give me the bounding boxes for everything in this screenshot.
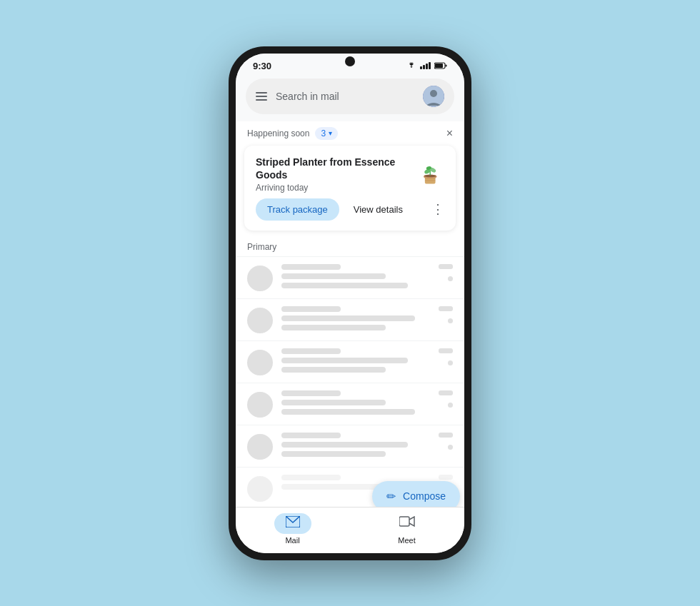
happening-label: Happening soon [247,128,309,138]
email-avatar [247,266,273,291]
email-content [281,264,430,288]
package-card: Striped Planter from Essence Goods Arriv… [244,146,456,231]
email-content [281,348,430,373]
email-content [281,306,430,330]
skeleton-preview [281,409,415,415]
menu-icon[interactable] [256,92,267,101]
battery-icon [434,62,447,69]
skeleton-time [439,475,453,480]
more-options-icon[interactable]: ⋮ [431,201,444,217]
phone-screen: 9:30 [236,54,464,553]
email-meta [439,306,453,323]
status-time: 9:30 [253,61,271,71]
skeleton-subject [281,442,408,448]
skeleton-time [439,348,453,353]
meet-icon [388,513,426,534]
view-details-button[interactable]: View details [345,198,411,221]
email-avatar [247,476,273,502]
search-bar[interactable]: Search in mail [246,79,454,114]
search-placeholder: Search in mail [276,91,414,102]
email-list [236,256,464,507]
bottom-nav: Mail Meet [236,507,464,553]
package-header: Striped Planter from Essence Goods Arriv… [256,156,444,193]
skeleton-sender [281,264,341,270]
happening-soon-bar: Happening soon 3 ▾ × [236,121,464,146]
track-package-button[interactable]: Track package [256,198,339,221]
skeleton-time [439,306,453,311]
skeleton-time [439,433,453,438]
svg-rect-15 [399,517,409,526]
email-meta [439,390,453,408]
skeleton-preview [281,325,386,330]
email-meta [439,348,453,365]
email-meta [439,264,453,281]
nav-mail-icon-bg [274,513,311,534]
skeleton-indicator [448,403,453,408]
email-row[interactable] [236,298,464,340]
package-subtitle: Arriving today [256,183,416,193]
compose-pen-icon: ✏ [386,490,396,503]
skeleton-sender [281,390,341,396]
email-row[interactable] [236,256,464,298]
content-area: Happening soon 3 ▾ × Striped Planter fro… [236,121,464,507]
skeleton-indicator [448,276,453,281]
skeleton-subject [281,315,415,321]
skeleton-preview [281,367,386,373]
email-avatar [247,350,273,375]
package-title: Striped Planter from Essence Goods [256,156,416,181]
nav-mail-label: Mail [285,536,299,545]
email-avatar [247,392,273,418]
skeleton-subject [281,273,386,279]
skeleton-sender [281,475,341,480]
status-icons [406,62,447,69]
skeleton-sender [281,433,341,438]
camera-notch [345,56,355,66]
skeleton-preview [281,451,386,457]
mail-icon [286,516,300,531]
email-meta [439,433,453,450]
email-row[interactable] [236,425,464,467]
skeleton-preview [281,283,408,288]
skeleton-subject [281,484,386,490]
skeleton-sender [281,306,341,312]
email-content [281,390,430,415]
skeleton-indicator [448,360,453,365]
compose-label: Compose [403,490,446,502]
email-avatar [247,434,273,460]
svg-rect-1 [435,64,443,68]
avatar-initials [423,86,444,107]
nav-item-meet[interactable]: Meet [388,513,426,545]
wifi-icon [406,62,416,69]
nav-meet-label: Meet [398,536,415,545]
skeleton-time [439,264,453,269]
phone-frame: 9:30 [229,46,471,560]
svg-point-4 [430,90,437,97]
plant-icon [416,156,444,187]
skeleton-indicator [448,445,453,450]
chevron-down-icon: ▾ [329,129,332,137]
email-row[interactable] [236,383,464,425]
skeleton-subject [281,358,408,363]
skeleton-subject [281,400,386,405]
count-badge[interactable]: 3 ▾ [315,127,338,140]
email-content [281,433,430,457]
skeleton-sender [281,348,341,354]
package-actions: Track package View details ⋮ [256,198,444,221]
email-row[interactable] [236,340,464,383]
signal-icon [420,62,431,69]
nav-item-mail[interactable]: Mail [274,513,311,545]
avatar[interactable] [423,86,444,107]
skeleton-time [439,390,453,395]
count-value: 3 [321,128,326,138]
skeleton-indicator [448,318,453,323]
close-icon[interactable]: × [446,127,453,140]
email-meta [439,475,453,480]
email-avatar [247,308,273,333]
svg-rect-2 [446,65,447,67]
search-bar-container: Search in mail [236,74,464,121]
primary-label: Primary [236,236,464,256]
